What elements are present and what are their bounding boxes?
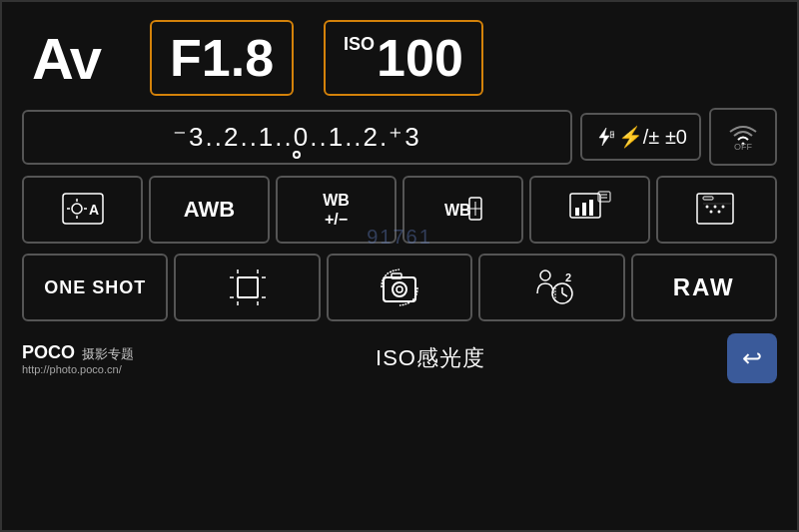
- wb-bracket-cell[interactable]: WB: [402, 176, 523, 244]
- brand-info: POCO 摄影专题 http://photo.poco.cn/: [22, 342, 134, 375]
- svg-marker-0: [599, 128, 609, 146]
- flash-comp-value: ⚡/± ±0: [618, 125, 687, 149]
- image-quality-cell[interactable]: RAW: [631, 254, 777, 321]
- af-mode-cell[interactable]: ONE SHOT: [22, 254, 168, 321]
- white-balance-cell[interactable]: AWB: [149, 176, 270, 244]
- svg-rect-17: [589, 200, 593, 216]
- iso-box[interactable]: ISO 100: [324, 20, 483, 96]
- iso-prefix: ISO: [344, 34, 375, 55]
- self-timer-icon: 2: [527, 266, 575, 309]
- svg-point-41: [397, 286, 402, 292]
- iso-value: 100: [377, 28, 463, 88]
- svg-point-27: [717, 211, 720, 214]
- brand-sub: 摄影专题: [82, 346, 134, 361]
- svg-rect-15: [575, 208, 579, 216]
- svg-rect-22: [703, 197, 713, 200]
- svg-text:OFF: OFF: [734, 142, 752, 150]
- picture-style-cell[interactable]: [529, 176, 650, 244]
- svg-text:A: A: [89, 202, 99, 218]
- website-url: http://photo.poco.cn/: [22, 363, 122, 375]
- icon-grid-row2: ONE SHOT: [2, 254, 797, 321]
- svg-line-45: [562, 293, 567, 296]
- wifi-icon: OFF: [725, 120, 761, 154]
- self-timer-cell[interactable]: 2: [478, 254, 624, 321]
- svg-text:WB: WB: [444, 202, 471, 219]
- back-icon: ↩: [742, 344, 762, 372]
- drive-mode-cell[interactable]: [327, 254, 472, 321]
- svg-point-25: [721, 206, 724, 209]
- svg-text:2: 2: [565, 271, 571, 283]
- af-mode-label: ONE SHOT: [44, 277, 146, 298]
- svg-point-23: [705, 206, 708, 209]
- metering-mode-cell[interactable]: A: [22, 176, 143, 244]
- metering-icon: A: [61, 190, 105, 228]
- svg-rect-21: [697, 194, 733, 224]
- iso-footer-label: ISO感光度: [376, 343, 485, 373]
- svg-point-4: [72, 204, 82, 214]
- wb-label: WB+/−: [323, 191, 350, 229]
- image-quality-label: RAW: [673, 273, 735, 301]
- camera-screen: Av F1.8 ISO 100 ⁻3..2..1..0..1..2.⁺3 ⊞ ⚡…: [0, 0, 799, 532]
- svg-rect-29: [238, 277, 258, 297]
- svg-point-24: [713, 206, 716, 209]
- exposure-scale-text: ⁻3..2..1..0..1..2.⁺3: [173, 122, 421, 152]
- svg-point-42: [540, 270, 550, 280]
- icon-grid-row1: A AWB WB+/− WB: [2, 170, 797, 250]
- flash-comp-box[interactable]: ⊞ ⚡/± ±0: [580, 113, 701, 161]
- mode-label: Av: [32, 25, 100, 92]
- aperture-value[interactable]: F1.8: [150, 20, 294, 96]
- svg-point-40: [393, 282, 406, 296]
- back-button[interactable]: ↩: [727, 333, 777, 383]
- awb-label: AWB: [184, 197, 235, 223]
- svg-point-26: [709, 211, 712, 214]
- wb-bracket-icon: WB: [441, 190, 485, 228]
- brand-name: POCO: [22, 342, 75, 362]
- status-bar: POCO 摄影专题 http://photo.poco.cn/ ISO感光度 ↩: [2, 325, 797, 387]
- top-row: Av F1.8 ISO 100: [2, 2, 797, 106]
- svg-rect-16: [582, 203, 586, 216]
- exposure-scale[interactable]: ⁻3..2..1..0..1..2.⁺3: [22, 110, 572, 165]
- af-point-icon: [695, 190, 739, 228]
- picture-style-icon: [568, 190, 612, 228]
- flash-icon: ⊞: [594, 126, 614, 148]
- exposure-row: ⁻3..2..1..0..1..2.⁺3 ⊞ ⚡/± ±0 OFF: [2, 108, 797, 166]
- svg-text:⊞: ⊞: [609, 129, 614, 140]
- wifi-status-box[interactable]: OFF: [709, 108, 777, 166]
- af-area-cell[interactable]: [174, 254, 320, 321]
- svg-rect-39: [392, 273, 401, 278]
- svg-rect-38: [384, 277, 415, 301]
- af-point-cell[interactable]: [656, 176, 777, 244]
- drive-mode-icon: [378, 266, 421, 309]
- af-area-icon: [226, 266, 270, 309]
- exposure-marker: [293, 151, 301, 159]
- wb-shift-cell[interactable]: WB+/−: [276, 176, 397, 244]
